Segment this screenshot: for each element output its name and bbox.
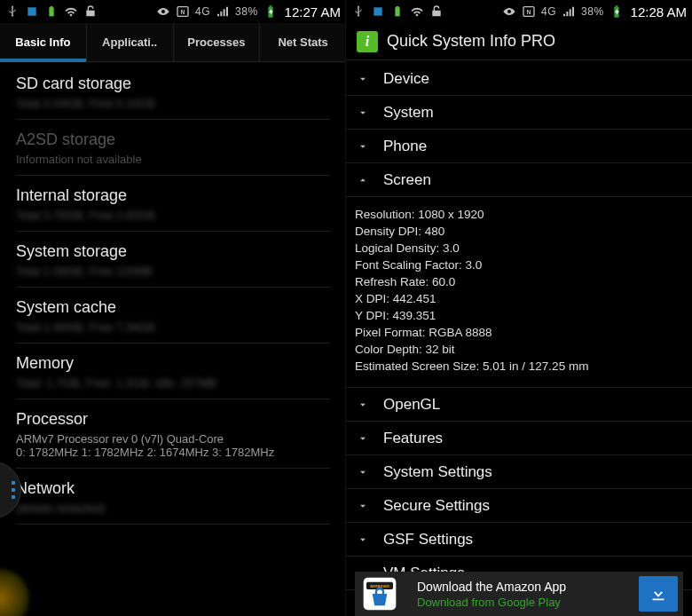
battery-charging-icon: [263, 4, 278, 19]
wifi-icon: [410, 4, 424, 19]
section-line: Refresh Rate: 60.0: [355, 273, 683, 290]
right-screenshot: N 4G 38% 12:28 AM i Quick System Info PR…: [346, 0, 692, 616]
app-title: Quick System Info PRO: [387, 32, 555, 51]
signal-icon: [562, 4, 576, 19]
info-row-title: System storage: [16, 242, 330, 265]
battery-app-icon: [44, 4, 59, 19]
launcher-arc: [0, 563, 35, 616]
chevron-down-icon: [355, 432, 371, 445]
section-header-gsf-settings[interactable]: GSF Settings: [346, 523, 692, 557]
sections-list: DeviceSystemPhoneScreenResolution: 1080 …: [346, 60, 692, 590]
info-row[interactable]: Internal storageTotal 3.70GB, Free 2.00G…: [16, 176, 330, 232]
section-title: System: [383, 104, 434, 122]
chevron-down-icon: [355, 107, 371, 119]
info-row[interactable]: System storageTotal 1.08GB, Free 120MB: [16, 232, 330, 288]
section-title: Screen: [383, 171, 431, 189]
section-line: Y DPI: 439.351: [355, 307, 683, 324]
section-header-system[interactable]: System: [346, 96, 692, 130]
section-title: Secure Settings: [383, 497, 490, 515]
wifi-icon: [64, 4, 78, 19]
section-header-features[interactable]: Features: [346, 422, 692, 455]
section-line: Logical Density: 3.0: [355, 240, 683, 257]
usb-icon: [351, 4, 366, 19]
info-list: SD card storageTotal 3.54GB, Free 5.10GB…: [0, 62, 346, 525]
section-line: Pixel Format: RGBA 8888: [355, 324, 683, 341]
tab-net-stats[interactable]: Net Stats: [260, 23, 346, 61]
info-row-title: Network: [16, 479, 330, 501]
info-row[interactable]: ProcessorARMv7 Processor rev 0 (v7l) Qua…: [16, 399, 330, 469]
action-bar: i Quick System Info PRO: [346, 23, 692, 60]
app-running-icon: [371, 4, 385, 19]
chevron-down-icon: [355, 399, 371, 411]
info-row[interactable]: SD card storageTotal 3.54GB, Free 5.10GB: [16, 64, 330, 120]
svg-rect-1: [49, 7, 53, 16]
svg-rect-5: [374, 7, 381, 15]
svg-rect-7: [397, 6, 399, 8]
info-row[interactable]: A2SD storageInformation not available: [16, 120, 330, 176]
section-header-secure-settings[interactable]: Secure Settings: [346, 489, 692, 523]
info-row[interactable]: Network(details redacted): [16, 469, 330, 525]
section-line: Resolution: 1080 x 1920: [355, 206, 683, 223]
info-row-title: SD card storage: [16, 75, 330, 97]
info-row-sub: Total: 1.7GB, Free: 1.3GB, Idle: 257MB: [16, 376, 330, 390]
info-row-sub: ARMv7 Processor rev 0 (v7l) Quad-Core 0:…: [16, 432, 330, 459]
svg-text:N: N: [527, 9, 531, 15]
battery-percent-label: 38%: [235, 5, 258, 18]
section-line: Density DPI: 480: [355, 223, 683, 240]
network-type-label: 4G: [195, 5, 210, 18]
section-line: Color Depth: 32 bit: [355, 341, 683, 358]
tab-bar: Basic InfoApplicati..ProcessesNet Stats: [0, 23, 346, 62]
tab-applicati-[interactable]: Applicati..: [87, 23, 174, 61]
eye-icon: [502, 4, 516, 19]
section-title: Device: [383, 70, 429, 88]
svg-rect-0: [28, 7, 35, 15]
info-row-title: A2SD storage: [16, 130, 330, 153]
info-row[interactable]: System cacheTotal 1.00GB, Free 7.34GB: [16, 288, 330, 344]
chevron-up-icon: [355, 174, 371, 186]
battery-charging-icon: [609, 4, 624, 19]
clock-label: 12:28 AM: [629, 4, 687, 20]
section-body: Resolution: 1080 x 1920Density DPI: 480L…: [346, 197, 692, 388]
ad-banner[interactable]: amazon Download the Amazon App Download …: [355, 572, 683, 616]
section-header-screen[interactable]: Screen: [346, 163, 692, 197]
section-header-opengl[interactable]: OpenGL: [346, 388, 692, 422]
section-header-phone[interactable]: Phone: [346, 130, 692, 163]
signal-icon: [216, 4, 230, 19]
battery-app-icon: [390, 4, 405, 19]
status-bar: N 4G 38% 12:27 AM: [0, 0, 346, 23]
info-row-sub: Information not available: [16, 153, 330, 166]
info-row-title: Memory: [16, 354, 330, 376]
battery-percent-label: 38%: [581, 5, 604, 18]
usb-icon: [5, 4, 20, 19]
tab-processes[interactable]: Processes: [174, 23, 261, 61]
section-title: Features: [383, 430, 443, 447]
section-title: OpenGL: [383, 396, 440, 414]
tab-basic-info[interactable]: Basic Info: [0, 23, 87, 61]
nfc-icon: N: [522, 4, 536, 19]
download-button[interactable]: [639, 576, 678, 612]
app-running-icon: [25, 4, 39, 19]
svg-rect-2: [51, 6, 53, 8]
info-row-title: System cache: [16, 298, 330, 320]
status-bar: N 4G 38% 12:28 AM: [346, 0, 692, 23]
info-row-sub: Total 1.00GB, Free 7.34GB: [16, 320, 330, 334]
section-header-device[interactable]: Device: [346, 62, 692, 96]
eye-icon: [156, 4, 170, 19]
info-row-sub: (details redacted): [16, 501, 330, 515]
app-icon[interactable]: i: [357, 31, 378, 52]
amazon-app-icon: amazon: [355, 572, 405, 616]
section-title: Phone: [383, 138, 427, 155]
network-type-label: 4G: [541, 5, 556, 18]
lock-unlocked-icon: [83, 4, 98, 19]
section-title: System Settings: [383, 463, 492, 481]
info-row-sub: Total 3.70GB, Free 2.00GB: [16, 209, 330, 222]
info-row[interactable]: MemoryTotal: 1.7GB, Free: 1.3GB, Idle: 2…: [16, 344, 330, 399]
left-screenshot: N 4G 38% 12:27 AM Basic InfoApplicati..P…: [0, 0, 346, 616]
section-header-system-settings[interactable]: System Settings: [346, 455, 692, 489]
section-title: GSF Settings: [383, 531, 473, 549]
banner-title: Download the Amazon App: [417, 580, 626, 594]
info-row-sub: Total 3.54GB, Free 5.10GB: [16, 97, 330, 110]
info-row-sub: Total 1.08GB, Free 120MB: [16, 265, 330, 278]
svg-text:N: N: [181, 9, 185, 15]
svg-rect-6: [395, 7, 399, 16]
